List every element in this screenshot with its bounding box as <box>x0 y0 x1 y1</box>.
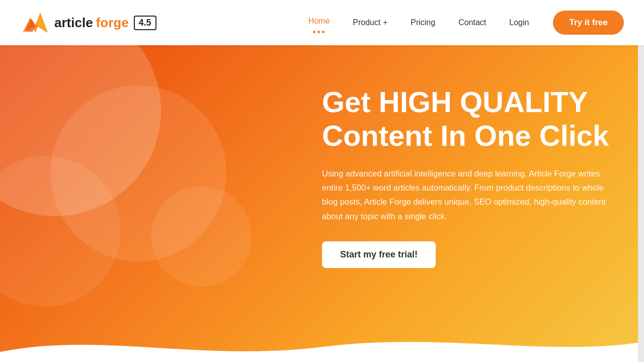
hero-headline-line1: Get HIGH QUALITY <box>322 85 588 118</box>
logo[interactable]: articleforge 4.5 <box>20 8 156 38</box>
hero-headline-line2: Content In One Click <box>322 119 609 152</box>
blob-4 <box>151 186 252 287</box>
nav-home-link[interactable]: Home <box>299 13 339 30</box>
nav-home-dots <box>313 31 325 33</box>
nav-login-link[interactable]: Login <box>500 14 538 31</box>
nav-cta-button[interactable]: Try it free <box>553 11 624 35</box>
hero-headline: Get HIGH QUALITY Content In One Click <box>322 85 614 152</box>
logo-text: articleforge 4.5 <box>54 15 156 31</box>
nav-dot-2 <box>317 31 320 33</box>
logo-forge-word: forge <box>96 15 129 31</box>
nav-pricing-link[interactable]: Pricing <box>401 14 444 31</box>
nav-dot-3 <box>322 31 325 33</box>
logo-article-word: article <box>54 15 93 31</box>
hero-section: Get HIGH QUALITY Content In One Click Us… <box>0 45 644 362</box>
logo-icon <box>20 8 50 38</box>
nav-contact-link[interactable]: Contact <box>449 14 495 31</box>
nav-links: Home Product + Pricing Contact Login Try… <box>299 11 624 35</box>
logo-version: 4.5 <box>134 16 156 30</box>
hero-subtext: Using advanced artificial intelligence a… <box>322 166 614 223</box>
scrollbar[interactable] <box>638 0 644 362</box>
hero-wave <box>0 322 644 362</box>
navbar: articleforge 4.5 Home Product + Pricing … <box>0 0 644 45</box>
nav-home[interactable]: Home <box>299 13 339 33</box>
hero-content: Get HIGH QUALITY Content In One Click Us… <box>322 85 614 268</box>
hero-cta-button[interactable]: Start my free trial! <box>322 241 436 268</box>
nav-dot-1 <box>313 31 315 33</box>
nav-product-link[interactable]: Product + <box>344 14 396 31</box>
